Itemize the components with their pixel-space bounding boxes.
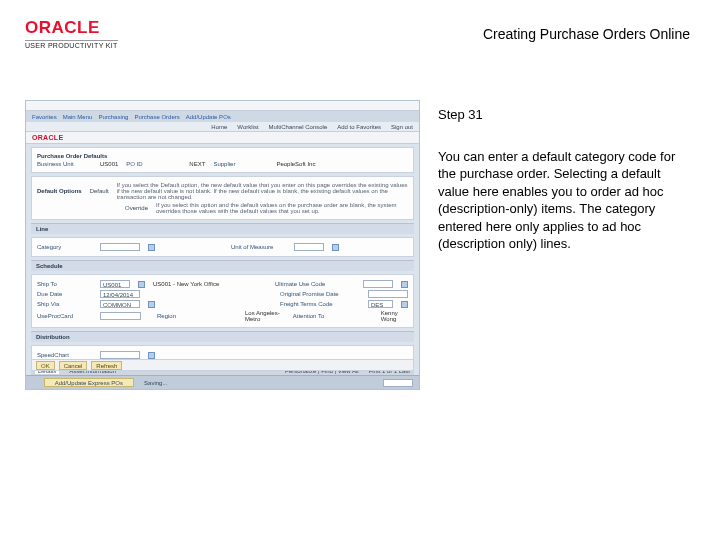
due-date-label: Due Date (37, 291, 92, 297)
status-bar: Add/Update Express POs Saving... (26, 375, 419, 389)
schedule-panel: Ship To US001 US001 - New York Office Ul… (31, 274, 414, 328)
default-options-panel: Default Options Default If you select th… (31, 176, 414, 220)
useproc-label: UseProcCard (37, 313, 92, 319)
nav-link[interactable]: Sign out (391, 124, 413, 130)
freight-input[interactable]: DES (368, 300, 393, 308)
ship-via-label: Ship Via (37, 301, 92, 307)
lookup-icon[interactable] (401, 301, 408, 308)
lookup-icon[interactable] (138, 281, 145, 288)
browser-chrome (26, 101, 419, 111)
distribution-header: Distribution (31, 331, 414, 342)
step-body: You can enter a default category code fo… (438, 148, 690, 253)
orig-prom-label: Original Promise Date (280, 291, 360, 297)
app-brand-row: ORACLE (26, 132, 419, 144)
form-footer: OK Cancel Refresh (31, 359, 414, 371)
oracle-wordmark: ORACLE (25, 18, 118, 38)
lookup-icon[interactable] (148, 352, 155, 359)
app-oracle-logo: ORACLE (32, 134, 63, 141)
product-name: USER PRODUCTIVITY KIT (25, 40, 118, 49)
ov-text: If you select this option and the defaul… (156, 202, 408, 214)
instruction-column: Step 31 You can enter a default category… (438, 100, 690, 390)
action-pill[interactable]: Add/Update Express POs (44, 378, 134, 387)
uom-label: Unit of Measure (231, 244, 286, 250)
speedchart-input[interactable] (100, 351, 140, 359)
ult-use-label: Ultimate Use Code (275, 281, 355, 287)
global-nav: Home Worklist MultiChannel Console Add t… (26, 122, 419, 132)
status-text (32, 380, 34, 386)
orig-prom-input[interactable] (368, 290, 408, 298)
supplier-label: Supplier (213, 161, 268, 167)
useproc-input[interactable] (100, 312, 141, 320)
nav-link[interactable]: Worklist (237, 124, 258, 130)
crumb[interactable]: Add/Update POs (186, 114, 231, 120)
app-screenshot: Favorites Main Menu Purchasing Purchase … (25, 100, 420, 390)
step-label: Step 31 (438, 106, 690, 124)
ship-to-label: Ship To (37, 281, 92, 287)
lookup-icon[interactable] (401, 281, 408, 288)
crumb[interactable]: Purchasing (98, 114, 128, 120)
freight-label: Freight Terms Code (280, 301, 360, 307)
saving-label: Saving... (144, 380, 167, 386)
lookup-icon[interactable] (148, 301, 155, 308)
line-header: Line (31, 223, 414, 234)
nav-link[interactable]: Add to Favorites (337, 124, 381, 130)
page-title: Creating Purchase Orders Online (483, 26, 690, 42)
category-label: Category (37, 244, 92, 250)
region-label: Region (157, 313, 237, 319)
attn-label: Attention To (293, 313, 373, 319)
line-panel: Category Unit of Measure (31, 237, 414, 257)
cancel-button[interactable]: Cancel (59, 361, 88, 370)
form-title: Purchase Order Defaults (37, 153, 107, 159)
breadcrumb: Favorites Main Menu Purchasing Purchase … (26, 111, 419, 122)
poid-value: NEXT (189, 161, 205, 167)
crumb[interactable]: Main Menu (63, 114, 93, 120)
header-panel: Purchase Order Defaults Business Unit US… (31, 147, 414, 173)
ok-button[interactable]: OK (36, 361, 55, 370)
content-row: Favorites Main Menu Purchasing Purchase … (25, 100, 690, 390)
do-opt-override[interactable]: Override (125, 205, 148, 211)
do-opt-default[interactable]: Default (90, 188, 109, 194)
nav-link[interactable]: MultiChannel Console (269, 124, 328, 130)
uom-input[interactable] (294, 243, 324, 251)
ult-use-input[interactable] (363, 280, 393, 288)
crumb[interactable]: Purchase Orders (134, 114, 179, 120)
oracle-logo-block: ORACLE USER PRODUCTIVITY KIT (25, 18, 118, 49)
crumb[interactable]: Favorites (32, 114, 57, 120)
supplier-value: PeopleSoft Inc (276, 161, 315, 167)
ship-to-desc: US001 - New York Office (153, 281, 219, 287)
do-label: Default Options (37, 188, 82, 194)
poid-label: PO ID (126, 161, 181, 167)
schedule-header: Schedule (31, 260, 414, 271)
uom-lookup-icon[interactable] (332, 244, 339, 251)
do-text: If you select the Default option, the ne… (117, 182, 408, 200)
category-input[interactable] (100, 243, 140, 251)
ship-via-input[interactable]: COMMON (100, 300, 140, 308)
nav-link[interactable]: Home (211, 124, 227, 130)
bu-label: Business Unit (37, 161, 92, 167)
ship-to-input[interactable]: US001 (100, 280, 130, 288)
region-value: Los Angeles-Metro (245, 310, 285, 322)
bu-value: US001 (100, 161, 118, 167)
refresh-button[interactable]: Refresh (91, 361, 122, 370)
speedchart-label: SpeedChart (37, 352, 92, 358)
due-date-input[interactable]: 12/04/2014 (100, 290, 140, 298)
category-lookup-icon[interactable] (148, 244, 155, 251)
attn-value: Kenny Wong (381, 310, 408, 322)
progress-box (383, 379, 413, 387)
